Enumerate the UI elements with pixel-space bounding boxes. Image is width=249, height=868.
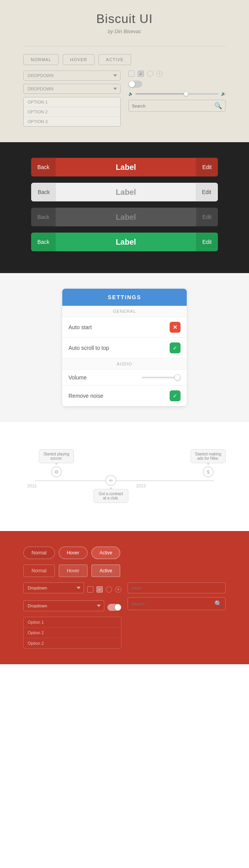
nav-bar-red: Back Label Edit — [31, 158, 218, 176]
red-option-1[interactable]: Option 1 — [24, 617, 121, 628]
settings-volume-thumb[interactable] — [174, 374, 181, 381]
red-option-3[interactable]: Option 2 — [24, 638, 121, 648]
settings-volume-slider[interactable] — [142, 377, 181, 378]
search-input-beige[interactable] — [132, 104, 212, 108]
red-flat-row: Normal Hover Active — [23, 565, 226, 577]
general-label: GENERAL — [62, 306, 187, 317]
red-dropdown-2[interactable]: Dropdown — [23, 600, 104, 611]
volume-label: Volume — [68, 374, 87, 381]
nav-edit-red[interactable]: Edit — [196, 158, 218, 176]
settings-row-noise: Remove noise ✓ — [62, 386, 187, 406]
auto-scroll-toggle[interactable]: ✓ — [170, 342, 181, 353]
dark-section: Back Label Edit Back Label Edit Back Lab… — [0, 142, 249, 273]
red-normal-flat[interactable]: Normal — [23, 565, 55, 577]
event-icon-1: ⚙ — [51, 466, 62, 477]
auto-scroll-label: Auto scroll to top — [68, 345, 109, 351]
event-bubble-2: Got a contract at a club. — [93, 489, 128, 503]
checkbox-empty[interactable] — [128, 71, 135, 77]
search-icon: 🔍 — [214, 102, 222, 109]
red-active-pill[interactable]: Active — [91, 547, 121, 559]
red-input[interactable] — [128, 582, 226, 593]
red-active-flat[interactable]: Active — [91, 565, 121, 577]
red-hover-flat[interactable]: Hover — [59, 565, 88, 577]
option-3[interactable]: OPTION 3 — [24, 117, 120, 126]
red-normal-pill[interactable]: Normal — [23, 547, 55, 559]
timeline-node-3: Started making ads for Nike. $ — [191, 449, 226, 477]
red-dropdown-1[interactable]: Dropdown — [23, 582, 84, 593]
nav-label-green: Label — [56, 238, 196, 247]
page-title: Biscuit UI — [23, 12, 226, 26]
auto-start-label: Auto start — [68, 324, 92, 330]
volume-slider[interactable] — [135, 93, 219, 95]
dropdown-options: OPTION 1 OPTION 2 OPTION 3 — [23, 97, 121, 127]
beige-right-controls: ✓ + 🔈 🔊 🔍 — [128, 71, 226, 127]
search-box-beige: 🔍 — [128, 100, 226, 112]
radio-button[interactable] — [147, 71, 153, 77]
red-toggle[interactable] — [107, 604, 121, 611]
event-bubble-3: Started making ads for Nike. — [191, 449, 226, 463]
checkbox-row: ✓ + — [128, 71, 226, 77]
toggle-thumb — [129, 81, 135, 87]
red-checkbox-checked[interactable]: ✓ — [96, 586, 103, 593]
nav-back-red[interactable]: Back — [31, 158, 56, 176]
remove-noise-label: Remove noise — [68, 393, 103, 399]
settings-title: SETTINGS — [108, 294, 141, 300]
nav-edit-white[interactable]: Edit — [196, 183, 217, 201]
red-left: Dropdown ✓ + Dropdown — [23, 582, 121, 649]
nav-back-white[interactable]: Back — [32, 183, 56, 201]
nav-label-dark: Label — [56, 213, 196, 222]
red-search-input[interactable] — [131, 602, 212, 606]
nav-bar-green: Back Label Edit — [31, 233, 218, 251]
red-checkbox-empty[interactable] — [87, 586, 93, 593]
nav-label-white: Label — [56, 188, 196, 197]
timeline-node-2: ✏ Got a contract at a club. — [93, 475, 128, 503]
hover-button[interactable]: HOVER — [63, 54, 95, 65]
plus-button[interactable]: + — [156, 71, 163, 77]
red-search-icon: 🔍 — [214, 600, 222, 607]
option-2[interactable]: OPTION 2 — [24, 107, 120, 117]
beige-button-row: NORMAL HOVER ACTIVE — [23, 54, 226, 65]
timeline-node-1: Started playing soccer. ⚙ — [39, 449, 74, 477]
bubble-arrow-3 — [206, 463, 210, 465]
normal-button[interactable]: NORMAL — [23, 54, 59, 65]
volume-thumb[interactable] — [184, 92, 188, 96]
nav-edit-dark[interactable]: Edit — [196, 208, 218, 226]
settings-header: SETTINGS — [62, 289, 187, 306]
nav-bar-white: Back Label Edit — [31, 183, 218, 201]
volume-min-icon: 🔈 — [128, 92, 133, 96]
settings-row-volume: Volume — [62, 370, 187, 386]
dropdown-1[interactable]: DROPDOWN — [23, 71, 121, 81]
event-text-1: Started playing soccer. — [44, 452, 70, 460]
nav-edit-green[interactable]: Edit — [196, 233, 218, 251]
bubble-arrow-1 — [54, 463, 58, 465]
nav-back-dark[interactable]: Back — [31, 208, 56, 226]
red-hover-pill[interactable]: Hover — [59, 547, 88, 559]
toggle-switch[interactable] — [128, 81, 142, 88]
divider — [23, 46, 226, 46]
auto-start-toggle[interactable]: ✕ — [170, 322, 181, 333]
active-button[interactable]: ACTIVE — [98, 54, 131, 65]
remove-noise-toggle[interactable]: ✓ — [170, 390, 181, 401]
dropdown-2[interactable]: DROPDOWN — [23, 84, 121, 94]
nav-back-green[interactable]: Back — [31, 233, 56, 251]
timeline-wrapper: 2012 2013 Started playing soccer. ⚙ ✏ Go… — [16, 441, 233, 512]
settings-section: SETTINGS GENERAL Auto start ✕ Auto scrol… — [0, 273, 249, 422]
audio-label: AUDIO — [62, 358, 187, 370]
beige-controls: DROPDOWN DROPDOWN OPTION 1 OPTION 2 OPTI… — [23, 71, 226, 127]
checkbox-checked[interactable]: ✓ — [138, 71, 144, 77]
red-radio[interactable] — [106, 586, 112, 593]
settings-panel: SETTINGS GENERAL Auto start ✕ Auto scrol… — [62, 289, 187, 406]
red-cb-row: ✓ + — [87, 586, 121, 593]
byline: by Din Bisevac — [23, 28, 226, 34]
bubble-arrow-2 — [109, 487, 113, 489]
volume-row: 🔈 🔊 — [128, 92, 226, 96]
beige-section: Biscuit UI by Din Bisevac NORMAL HOVER A… — [0, 0, 249, 142]
red-plus[interactable]: + — [115, 586, 121, 593]
event-icon-3: $ — [203, 466, 214, 477]
event-text-3: Started making ads for Nike. — [195, 452, 221, 460]
nav-label-red: Label — [56, 163, 196, 172]
red-option-2[interactable]: Option 2 — [24, 628, 121, 638]
event-bubble-1: Started playing soccer. — [39, 449, 74, 463]
red-section: Normal Hover Active Normal Hover Active … — [0, 531, 249, 664]
option-1[interactable]: OPTION 1 — [24, 97, 120, 107]
